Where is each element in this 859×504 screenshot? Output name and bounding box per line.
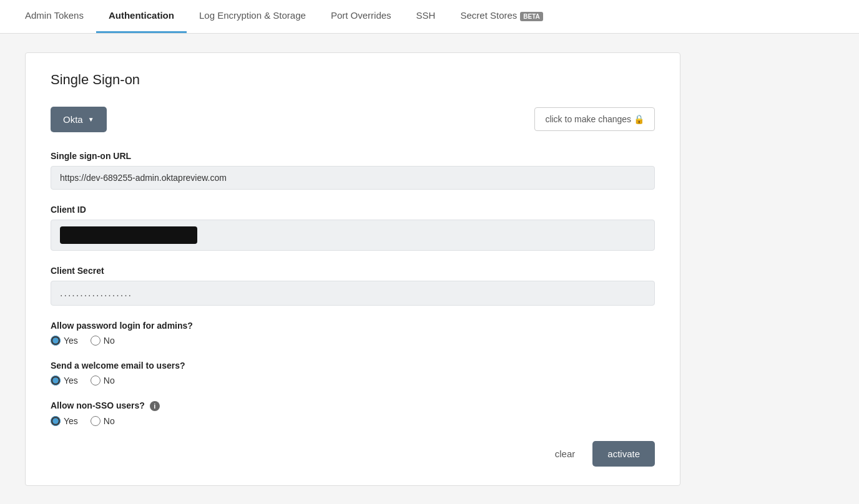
action-row: clear activate (51, 441, 655, 467)
allow-password-yes-radio[interactable] (51, 336, 61, 346)
allow-password-yes-label: Yes (64, 336, 78, 346)
welcome-email-yes-radio[interactable] (51, 376, 61, 385)
beta-badge: BETA (520, 12, 542, 21)
non-sso-yes-label: Yes (64, 416, 78, 426)
non-sso-yes-option[interactable]: Yes (51, 416, 78, 426)
client-id-input-wrapper (51, 220, 655, 251)
provider-dropdown-button[interactable]: Okta ▼ (51, 107, 107, 132)
tab-secret-stores[interactable]: Secret StoresBETA (448, 0, 555, 33)
client-secret-input-wrapper: .................. (51, 281, 655, 306)
non-sso-label-text: Allow non-SSO users? (51, 400, 145, 410)
tab-authentication[interactable]: Authentication (96, 0, 187, 33)
sso-url-group: Single sign-on URL (51, 151, 655, 190)
lock-button[interactable]: click to make changes 🔒 (534, 107, 655, 131)
client-id-group: Client ID (51, 205, 655, 251)
allow-password-no-radio[interactable] (91, 336, 101, 346)
client-secret-label: Client Secret (51, 266, 655, 276)
allow-password-label: Allow password login for admins? (51, 321, 655, 331)
info-icon[interactable]: i (150, 401, 160, 411)
allow-password-no-label: No (104, 336, 115, 346)
non-sso-options: Yes No (51, 416, 655, 426)
client-secret-dots: .................. (60, 288, 132, 298)
tab-log-encryption[interactable]: Log Encryption & Storage (187, 0, 318, 33)
sso-url-input[interactable] (51, 166, 655, 190)
tab-port-overrides[interactable]: Port Overrides (318, 0, 404, 33)
non-sso-no-radio[interactable] (91, 416, 101, 426)
welcome-email-no-label: No (104, 376, 115, 385)
clear-button[interactable]: clear (547, 443, 583, 464)
welcome-email-label: Send a welcome email to users? (51, 361, 655, 371)
welcome-email-no-radio[interactable] (91, 376, 101, 385)
tab-ssh[interactable]: SSH (404, 0, 448, 33)
allow-password-no-option[interactable]: No (91, 336, 115, 346)
tab-admin-tokens[interactable]: Admin Tokens (12, 0, 96, 33)
allow-password-group: Allow password login for admins? Yes No (51, 321, 655, 346)
allow-password-options: Yes No (51, 336, 655, 346)
non-sso-no-option[interactable]: No (91, 416, 115, 426)
top-row: Okta ▼ click to make changes 🔒 (51, 107, 655, 132)
welcome-email-no-option[interactable]: No (91, 376, 115, 385)
client-secret-group: Client Secret .................. (51, 266, 655, 306)
activate-button[interactable]: activate (592, 441, 655, 467)
welcome-email-yes-label: Yes (64, 376, 78, 385)
welcome-email-yes-option[interactable]: Yes (51, 376, 78, 385)
main-content: Single Sign-on Okta ▼ click to make chan… (0, 34, 859, 504)
non-sso-label: Allow non-SSO users? i (51, 400, 655, 411)
chevron-down-icon: ▼ (88, 116, 94, 123)
welcome-email-options: Yes No (51, 376, 655, 385)
non-sso-yes-radio[interactable] (51, 416, 61, 426)
sso-url-label: Single sign-on URL (51, 151, 655, 161)
settings-card: Single Sign-on Okta ▼ click to make chan… (25, 52, 680, 486)
client-id-label: Client ID (51, 205, 655, 215)
welcome-email-group: Send a welcome email to users? Yes No (51, 361, 655, 385)
non-sso-group: Allow non-SSO users? i Yes No (51, 400, 655, 426)
page-title: Single Sign-on (51, 72, 655, 88)
allow-password-yes-option[interactable]: Yes (51, 336, 78, 346)
client-id-redacted (60, 226, 197, 244)
tabs-bar: Admin TokensAuthenticationLog Encryption… (0, 0, 859, 34)
provider-label: Okta (63, 114, 83, 125)
non-sso-no-label: No (104, 416, 115, 426)
